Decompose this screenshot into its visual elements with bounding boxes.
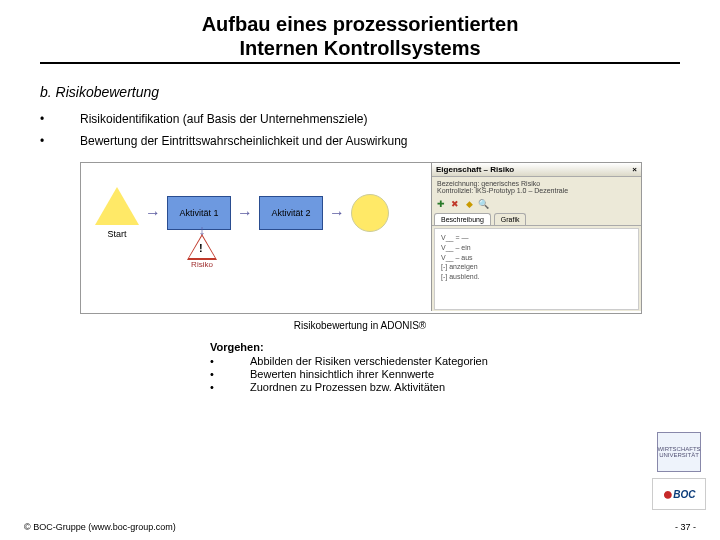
bullet-marker: •	[210, 381, 250, 393]
footer-page-number: - 37 -	[675, 522, 696, 532]
bullet-marker: •	[210, 368, 250, 380]
panel-body-line: [-] anzeigen	[441, 262, 632, 272]
vorgehen-item: • Abbilden der Risiken verschiedenster K…	[210, 355, 680, 367]
search-icon[interactable]: 🔍	[478, 199, 488, 209]
start-label: Start	[95, 229, 139, 239]
panel-info-line: Bezeichnung: generisches Risiko	[437, 180, 636, 187]
boc-logo-text: BOC	[673, 489, 695, 500]
university-logo: WIRTSCHAFTS UNIVERSITÄT	[657, 432, 701, 472]
diagram-caption: Risikobewertung in ADONIS®	[80, 320, 640, 331]
activity-box: Aktivität 2	[259, 196, 323, 230]
activity-2-node: Aktivität 2	[259, 196, 323, 230]
bullet-item: • Risikoidentifikation (auf Basis der Un…	[40, 112, 680, 126]
panel-title-text: Eigenschaft – Risiko	[436, 165, 514, 174]
bullet-marker: •	[210, 355, 250, 367]
vorgehen-item: • Zuordnen zu Prozessen bzw. Aktivitäten	[210, 381, 680, 393]
vorgehen-item: • Bewerten hinsichtlich ihrer Kennwerte	[210, 368, 680, 380]
vorgehen-block: Vorgehen: • Abbilden der Risiken verschi…	[210, 341, 680, 393]
bullet-text: Bewertung der Eintrittswahrscheinlichkei…	[80, 134, 408, 148]
footer-copyright: © BOC-Gruppe (www.boc-group.com)	[24, 522, 176, 532]
panel-body: V__ = — V__ – ein V__ – aus [-] anzeigen…	[434, 228, 639, 310]
start-node: Start	[95, 187, 139, 239]
warning-triangle-icon: !	[189, 236, 215, 258]
slide-title: Aufbau eines prozessorientierten Interne…	[0, 12, 720, 60]
logo-stack: WIRTSCHAFTS UNIVERSITÄT ● BOC	[652, 432, 706, 510]
arrow-icon: →	[237, 204, 253, 222]
diamond-icon[interactable]: ◆	[464, 199, 474, 209]
arrow-icon: →	[329, 204, 345, 222]
footer: © BOC-Gruppe (www.boc-group.com) - 37 -	[0, 522, 720, 532]
panel-body-line: V__ – ein	[441, 243, 632, 253]
tab-graphic[interactable]: Grafik	[494, 213, 527, 225]
panel-body-line: V__ = —	[441, 233, 632, 243]
circle-icon	[351, 194, 389, 232]
bullet-marker: •	[40, 134, 80, 148]
process-diagram: Start → Aktivität 1 → Aktivität 2 → ↓ ! …	[80, 162, 642, 314]
bullet-text: Risikoidentifikation (auf Basis der Unte…	[80, 112, 367, 126]
vorgehen-text: Zuordnen zu Prozessen bzw. Aktivitäten	[250, 381, 445, 393]
panel-info: Bezeichnung: generisches Risiko Kontroll…	[432, 177, 641, 197]
vorgehen-heading: Vorgehen:	[210, 341, 680, 353]
bullet-item: • Bewertung der Eintrittswahrscheinlichk…	[40, 134, 680, 148]
panel-tabs: Beschreibung Grafik	[432, 211, 641, 226]
bullet-list: • Risikoidentifikation (auf Basis der Un…	[40, 112, 680, 148]
panel-body-line: [-] ausblend.	[441, 272, 632, 282]
title-line-1: Aufbau eines prozessorientierten	[0, 12, 720, 36]
bullet-marker: •	[40, 112, 80, 126]
flow-row: Start → Aktivität 1 → Aktivität 2 →	[81, 163, 389, 239]
arrow-icon: →	[145, 204, 161, 222]
triangle-icon	[95, 187, 139, 225]
panel-body-line: V__ – aus	[441, 253, 632, 263]
risk-label: Risiko	[191, 260, 213, 269]
properties-panel: Eigenschaft – Risiko × Bezeichnung: gene…	[431, 163, 641, 311]
section-heading: b. Risikobewertung	[40, 84, 680, 100]
exclamation-icon: !	[199, 242, 203, 254]
panel-toolbar: ✚ ✖ ◆ 🔍	[432, 197, 641, 211]
end-node	[351, 194, 389, 232]
vorgehen-text: Abbilden der Risiken verschiedenster Kat…	[250, 355, 488, 367]
tab-description[interactable]: Beschreibung	[434, 213, 491, 225]
boc-logo: ● BOC	[652, 478, 706, 510]
panel-titlebar: Eigenschaft – Risiko ×	[432, 163, 641, 177]
close-icon[interactable]: ×	[632, 165, 637, 174]
add-icon[interactable]: ✚	[436, 199, 446, 209]
delete-icon[interactable]: ✖	[450, 199, 460, 209]
panel-info-line: Kontrollziel: IKS-Prototyp 1.0 – Dezentr…	[437, 187, 636, 194]
risk-branch: ↓ ! Risiko	[189, 225, 215, 269]
vorgehen-text: Bewerten hinsichtlich ihrer Kennwerte	[250, 368, 434, 380]
title-line-2: Internen Kontrollsystems	[0, 36, 720, 60]
